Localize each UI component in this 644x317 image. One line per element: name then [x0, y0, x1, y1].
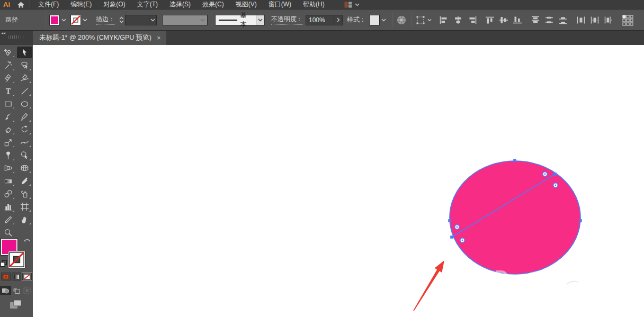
default-fill-stroke-icon[interactable] [0, 260, 7, 269]
distribute-bottom-icon[interactable] [557, 15, 569, 25]
tool-scale[interactable] [0, 136, 16, 149]
menu-view[interactable]: 视图(V) [230, 0, 263, 9]
tool-eraser[interactable] [0, 123, 16, 136]
distribute-space-1-icon[interactable] [575, 15, 587, 25]
workspace-switcher[interactable] [344, 2, 360, 8]
align-left-icon[interactable] [438, 15, 450, 25]
stroke-weight-stepper[interactable] [118, 15, 125, 25]
chevron-down-icon[interactable] [380, 15, 387, 25]
svg-text:D: D [495, 267, 508, 288]
app-logo: Ai [3, 0, 10, 9]
tool-paintbrush[interactable] [0, 110, 16, 123]
control-bar: 路径 描边： [0, 9, 644, 31]
draw-inside-button[interactable] [22, 286, 33, 295]
pink-ellipse-shape[interactable] [450, 161, 580, 274]
align-bottom-icon[interactable] [511, 15, 523, 25]
distribute-space-2-icon[interactable] [588, 15, 601, 25]
tool-lasso[interactable] [16, 59, 33, 71]
menu-window[interactable]: 窗口(W) [263, 0, 297, 9]
document-tab-bar: ◂◂ 未标题-1* @ 200% (CMYK/GPU 预览) × [0, 31, 644, 45]
artboard-canvas[interactable]: D [33, 45, 644, 317]
control-separator [212, 13, 212, 27]
none-button[interactable] [22, 273, 32, 280]
chevron-down-icon[interactable] [256, 15, 264, 25]
brush-stroke-preview [219, 20, 237, 21]
collapse-panel-icon[interactable]: ◂◂ [1, 31, 5, 35]
home-icon[interactable] [17, 2, 24, 8]
tool-rotate[interactable] [16, 123, 33, 136]
tool-puppet-warp[interactable] [0, 149, 16, 161]
transform-options-icon[interactable] [416, 15, 432, 25]
tool-slice[interactable] [0, 213, 16, 226]
panel-drag-grip[interactable] [8, 35, 25, 39]
brush-definition-value: 基本 [240, 11, 253, 29]
toolbar-stroke-swatch-none[interactable] [8, 251, 25, 268]
tool-line-segment[interactable] [16, 85, 33, 97]
gradient-button[interactable] [12, 273, 21, 280]
menu-help[interactable]: 帮助(H) [297, 0, 330, 9]
align-h-center-icon[interactable] [452, 15, 464, 25]
opacity-label[interactable]: 不透明度： [271, 15, 303, 25]
type-tool-glyph: T [6, 87, 11, 95]
draw-normal-button[interactable] [0, 286, 11, 295]
menu-bar: Ai 文件(F) 编辑(E) 对象(O) 文字(T) 选择(S) 效果(C) 视… [0, 0, 644, 9]
chevron-down-icon[interactable] [81, 15, 88, 25]
illustrator-window: Ai 文件(F) 编辑(E) 对象(O) 文字(T) 选择(S) 效果(C) 视… [0, 0, 644, 317]
menu-file[interactable]: 文件(F) [32, 0, 65, 9]
opacity-input[interactable]: 100% [306, 15, 334, 25]
tool-perspective-grid[interactable] [0, 162, 16, 175]
menu-type[interactable]: 文字(T) [131, 0, 164, 9]
menu-edit[interactable]: 编辑(E) [65, 0, 97, 9]
stroke-weight-value[interactable] [125, 15, 149, 25]
chevron-right-icon[interactable] [334, 15, 343, 25]
document-tab[interactable]: 未标题-1* @ 200% (CMYK/GPU 预览) × [33, 31, 166, 45]
color-button[interactable] [1, 273, 11, 280]
menu-select[interactable]: 选择(S) [164, 0, 196, 9]
tool-mesh[interactable] [16, 162, 33, 175]
swap-fill-stroke-icon[interactable] [23, 237, 31, 247]
chevron-down-icon[interactable] [60, 15, 67, 25]
tool-width[interactable] [16, 136, 33, 149]
chevron-down-icon[interactable] [149, 15, 157, 25]
tool-shape-builder[interactable] [16, 149, 33, 161]
stroke-color-control[interactable] [70, 15, 88, 25]
tool-hand[interactable] [16, 213, 33, 226]
tool-ellipse[interactable] [16, 97, 33, 110]
align-top-icon[interactable] [484, 15, 496, 25]
tool-eyedropper[interactable] [16, 175, 33, 187]
grid-options-icon[interactable] [622, 14, 633, 26]
stroke-swatch-none[interactable] [70, 15, 81, 25]
recolor-artwork-icon[interactable] [396, 15, 407, 25]
distribute-top-icon[interactable] [529, 15, 541, 25]
close-tab-icon[interactable]: × [157, 34, 161, 41]
fill-color-control[interactable] [49, 15, 67, 25]
stroke-weight-label[interactable]: 描边： [96, 15, 115, 25]
align-v-center-icon[interactable] [497, 15, 509, 25]
document-tab-title: 未标题-1* @ 200% (CMYK/GPU 预览) [39, 33, 151, 42]
tool-curvature[interactable] [16, 72, 33, 85]
tool-pen-plus[interactable] [0, 46, 16, 59]
brush-definition-dropdown[interactable]: 基本 [215, 15, 265, 25]
fill-swatch[interactable] [49, 15, 60, 25]
tool-artboard[interactable] [16, 201, 33, 213]
tool-symbol-sprayer[interactable] [16, 187, 33, 200]
tool-type[interactable]: T [0, 85, 16, 97]
tool-pen[interactable] [0, 72, 16, 85]
draw-behind-button[interactable] [11, 286, 22, 295]
tool-column-graph[interactable] [0, 201, 16, 213]
menu-object[interactable]: 对象(O) [97, 0, 131, 9]
change-screen-mode-icon[interactable] [9, 299, 23, 313]
tool-magic-wand[interactable] [0, 59, 16, 71]
style-swatch[interactable] [369, 15, 380, 25]
distribute-space-3-icon[interactable] [602, 15, 614, 25]
drawing-mode-buttons [0, 286, 33, 295]
tool-selection[interactable] [17, 47, 32, 58]
tool-rectangle[interactable] [0, 97, 16, 110]
tool-blend[interactable] [0, 187, 16, 200]
tool-shaper[interactable] [16, 110, 33, 123]
control-separator [392, 13, 393, 27]
menu-effect[interactable]: 效果(C) [196, 0, 230, 9]
tool-gradient[interactable] [0, 175, 16, 187]
align-right-icon[interactable] [466, 15, 478, 25]
distribute-v-center-icon[interactable] [543, 15, 555, 25]
